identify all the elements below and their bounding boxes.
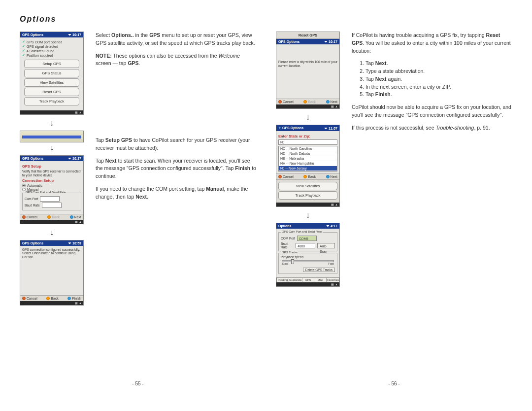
next-button[interactable]: Next [326, 175, 337, 178]
state-input[interactable]: NJ [278, 139, 337, 145]
back-button[interactable]: Back [46, 297, 59, 300]
status-text: 4 Satellites Found [27, 49, 54, 53]
tab-map[interactable]: Map [314, 278, 327, 282]
state-list[interactable]: NC -- North Carolina ND -- North Dakota … [278, 146, 337, 171]
com-port-select[interactable] [40, 196, 60, 202]
page-title: Options [20, 15, 512, 24]
fieldset-legend: GPS Com Port and Baud Rate [281, 230, 323, 233]
flow-arrow-icon: ↓ [276, 113, 340, 122]
keyboard-bar: ▦ ▲ [276, 203, 339, 206]
cancel-button[interactable]: Cancel [278, 175, 294, 178]
next-button[interactable]: Next [70, 215, 81, 219]
com-port-select[interactable]: COM5 [297, 236, 317, 241]
keyboard-bar: ▦ ▲ [276, 104, 339, 108]
baud-rate-select[interactable] [42, 203, 62, 208]
tab-guidance[interactable]: Guidance [289, 278, 302, 282]
header: Options [278, 224, 291, 228]
flow-arrow-icon: ↓ [20, 119, 84, 128]
check-icon: ✓ [22, 49, 25, 53]
cancel-icon [22, 297, 26, 300]
delete-tracks-button[interactable]: Delete GPS Tracks [303, 268, 335, 272]
com-port-label: COM Port [281, 237, 295, 240]
cancel-button[interactable]: Cancel [278, 100, 294, 103]
gps-status-button[interactable]: GPS Status [24, 69, 79, 77]
paragraph: If this process is not successful, see T… [352, 124, 512, 132]
section-header: GPS Setup [22, 164, 81, 169]
com-port-label: Com Port [25, 197, 38, 201]
list-item: Tap Next again. [366, 75, 512, 83]
screen-state-zip: ✦ GPS Options⏷ 11:07 Enter State or Zip:… [276, 125, 340, 207]
playback-slider[interactable] [282, 260, 334, 262]
next-icon [326, 100, 330, 103]
fieldset-com-baud: GPS Com Port and Baud Rate Com Port Baud… [22, 193, 81, 210]
titlebar: Reset GPS [276, 32, 339, 39]
cancel-button[interactable]: Cancel [22, 297, 37, 300]
list-item[interactable]: ND -- North Dakota [279, 151, 337, 156]
page-number: - 56 - [276, 381, 512, 386]
page-56: Reset GPS GPS Options⏷ 10:17 Please ente… [276, 32, 512, 386]
view-satellites-button[interactable]: View Satellites [24, 78, 79, 87]
back-button[interactable]: Back [47, 215, 60, 219]
page-55: GPS Options⏷ 10:17 ✓GPS COM port opened … [20, 32, 256, 386]
tab-favorites[interactable]: Favorites [327, 278, 339, 282]
list-item[interactable]: NC -- North Carolina [279, 146, 337, 151]
fieldset-legend: GPS Tracks [281, 251, 299, 254]
radio-automatic[interactable] [22, 184, 26, 187]
view-satellites-button[interactable]: View Satellites [278, 182, 337, 190]
back-button[interactable]: Back [303, 100, 316, 103]
list-item[interactable]: NE -- Nebraska [279, 156, 337, 161]
back-icon [303, 100, 307, 103]
time: ⏷ 10:17 [68, 33, 81, 36]
check-icon: ✓ [22, 40, 25, 44]
baud-rate-label: Baud Rate [281, 242, 294, 249]
keyboard-bar: ▦ ▲ [20, 220, 83, 224]
flow-arrow-icon: ↓ [20, 228, 84, 237]
track-playback-button[interactable]: Track Playback [278, 191, 337, 200]
prompt: Enter State or Zip: [278, 134, 337, 138]
page-number: - 55 - [20, 381, 256, 386]
paragraph: Select Options.. in the GPS menu to set … [96, 32, 256, 47]
tab-gps[interactable]: GPS [302, 278, 315, 282]
radio-label: Automatic [27, 184, 42, 187]
back-button[interactable]: Back [303, 175, 316, 178]
baud-rate-select[interactable]: 4800 [296, 243, 315, 248]
flow-arrow-icon: ↓ [20, 143, 84, 152]
paragraph: If CoPilot is having trouble acquiring a… [352, 32, 512, 55]
reset-gps-button[interactable]: Reset GPS [24, 88, 79, 96]
header: GPS Options [278, 40, 299, 43]
next-icon [326, 175, 330, 178]
paragraph: Tap Setup GPS to have CoPilot search for… [96, 137, 256, 152]
keyboard-bar: ▦ ▲ [20, 110, 83, 114]
finish-button[interactable]: Finish [67, 297, 81, 300]
screens-column-right: Reset GPS GPS Options⏷ 10:17 Please ente… [276, 32, 340, 291]
setup-gps-button[interactable]: Setup GPS [24, 60, 79, 68]
status-text: GPS COM port opened [27, 40, 62, 44]
status-text: Position acquired [27, 54, 53, 57]
time: ⏷ 4:17 [326, 224, 337, 228]
paragraph: CoPilot should now be able to acquire a … [352, 103, 512, 119]
keyboard-bar: ▦ ▲ [20, 301, 83, 305]
keyboard-bar: ▦ ▲ [276, 282, 339, 286]
time: ⏷ 10:17 [324, 40, 337, 43]
paragraph: If you need to change the COM port setti… [96, 185, 256, 201]
screen-options-detailed: Options⏷ 4:17 GPS Com Port and Baud Rate… [276, 223, 340, 287]
finish-icon [67, 297, 71, 300]
baud-rate-label: Baud Rate [25, 204, 40, 207]
check-icon: ✓ [22, 44, 25, 48]
map-preview [20, 131, 84, 142]
fast-label: Fast [328, 262, 334, 265]
list-item: Tap Finish. [366, 91, 512, 99]
cancel-button[interactable]: Cancel [22, 215, 37, 219]
tab-routing[interactable]: Routing [277, 278, 289, 282]
list-item[interactable]: NH -- New Hampshire [279, 161, 337, 166]
list-item: In the next screen, enter a city or ZIP. [366, 83, 512, 91]
next-button[interactable]: Next [326, 100, 337, 103]
time: ⏷ 11:07 [324, 127, 337, 130]
screen-gps-setup: GPS Options⏷ 10:17 GPS Setup Verify that… [20, 155, 84, 224]
auto-scan-button[interactable]: Auto Scan [317, 243, 335, 248]
track-playback-button[interactable]: Track Playback [24, 97, 79, 105]
list-item-selected[interactable]: NJ -- New Jersey [279, 166, 337, 171]
time: ⏷ 10:53 [68, 241, 81, 245]
paragraph-note: NOTE: These options can also be accessed… [96, 52, 256, 68]
time: ⏷ 10:17 [68, 157, 81, 160]
